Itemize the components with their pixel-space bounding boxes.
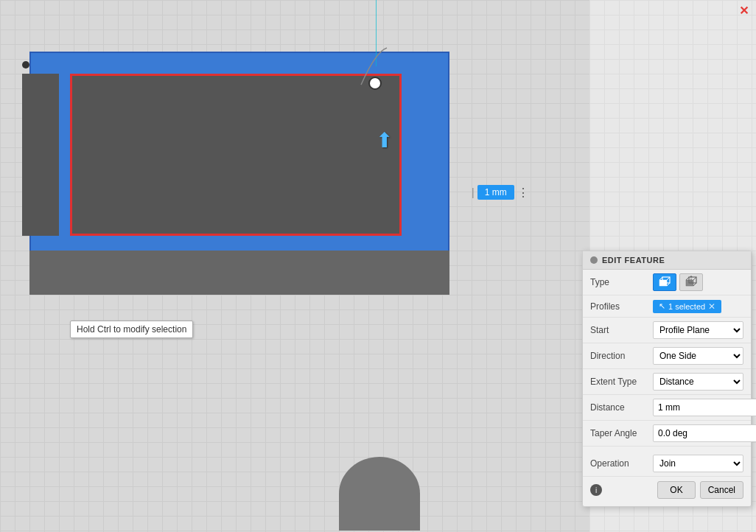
- direction-label: Direction: [590, 351, 653, 361]
- direction-select[interactable]: One Side Two Sides Symmetric: [653, 347, 743, 365]
- start-label: Start: [590, 325, 653, 335]
- distance-control[interactable]: [653, 399, 756, 416]
- operation-select[interactable]: Join Cut Intersect New Body: [653, 455, 743, 472]
- operation-label: Operation: [590, 458, 653, 469]
- extent-type-select[interactable]: Distance To Object Through All: [653, 373, 743, 391]
- distance-label: Distance: [590, 402, 653, 413]
- profiles-row: Profiles ↖ 1 selected ✕: [583, 295, 751, 318]
- cursor-icon: ↖: [659, 301, 665, 311]
- left-piece: [22, 74, 59, 236]
- profiles-label: Profiles: [590, 301, 653, 312]
- svg-line-9: [693, 283, 696, 286]
- bottom-pedestal: [29, 251, 449, 295]
- taper-angle-control[interactable]: [653, 424, 756, 442]
- dimension-input[interactable]: [477, 185, 514, 200]
- selected-text: 1 selected: [668, 302, 705, 311]
- panel-title: EDIT FEATURE: [602, 256, 665, 265]
- taper-angle-label: Taper Angle: [590, 428, 653, 438]
- extent-type-select-wrapper[interactable]: Distance To Object Through All: [653, 373, 743, 391]
- panel-header: EDIT FEATURE: [583, 251, 751, 270]
- profiles-badge[interactable]: ↖ 1 selected ✕: [653, 300, 721, 313]
- type-control: [653, 273, 743, 291]
- inner-rect: [70, 74, 402, 236]
- direction-row: Direction One Side Two Sides Symmetric: [583, 343, 751, 369]
- svg-line-4: [667, 283, 670, 286]
- operation-row: Operation Join Cut Intersect New Body: [583, 451, 751, 477]
- info-icon[interactable]: i: [590, 484, 602, 496]
- bottom-cylinder: [339, 457, 420, 531]
- operation-control: Join Cut Intersect New Body: [653, 455, 743, 472]
- type-button-extrude2[interactable]: [679, 273, 703, 291]
- panel-dot: [590, 256, 598, 264]
- type-label: Type: [590, 277, 653, 287]
- clear-profiles-icon[interactable]: ✕: [708, 301, 715, 312]
- direction-select-wrapper[interactable]: One Side Two Sides Symmetric: [653, 347, 743, 365]
- tooltip: Hold Ctrl to modify selection: [70, 321, 193, 338]
- more-options-icon[interactable]: ⋮: [517, 186, 529, 200]
- taper-angle-row: Taper Angle: [583, 421, 751, 447]
- start-control: Profile Plane Offset Object: [653, 321, 743, 339]
- direction-control: One Side Two Sides Symmetric: [653, 347, 743, 365]
- type-button-extrude[interactable]: [653, 273, 676, 291]
- taper-angle-input[interactable]: [653, 424, 756, 442]
- extent-type-row: Extent Type Distance To Object Through A…: [583, 369, 751, 395]
- ok-button[interactable]: OK: [657, 481, 695, 499]
- extent-type-label: Extent Type: [590, 377, 653, 387]
- extent-type-control: Distance To Object Through All: [653, 373, 743, 391]
- close-icon[interactable]: ✕: [739, 4, 749, 18]
- distance-input[interactable]: [653, 399, 756, 416]
- operation-select-wrapper[interactable]: Join Cut Intersect New Body: [653, 455, 743, 472]
- start-row: Start Profile Plane Offset Object: [583, 318, 751, 343]
- 3d-shape: [22, 52, 464, 332]
- circle-handle[interactable]: [368, 77, 382, 90]
- start-select[interactable]: Profile Plane Offset Object: [653, 321, 743, 339]
- vertical-guide-line: [376, 0, 377, 66]
- dim-separator: |: [472, 186, 475, 198]
- edit-feature-panel: EDIT FEATURE Type: [582, 251, 752, 507]
- cancel-button[interactable]: Cancel: [700, 481, 743, 499]
- anchor-dot: [22, 61, 29, 69]
- start-select-wrapper[interactable]: Profile Plane Offset Object: [653, 321, 743, 339]
- svg-marker-11: [690, 276, 693, 277]
- profiles-control[interactable]: ↖ 1 selected ✕: [653, 300, 743, 313]
- dimension-input-area[interactable]: | ⋮: [472, 185, 529, 200]
- distance-row: Distance: [583, 395, 751, 421]
- type-row: Type: [583, 270, 751, 295]
